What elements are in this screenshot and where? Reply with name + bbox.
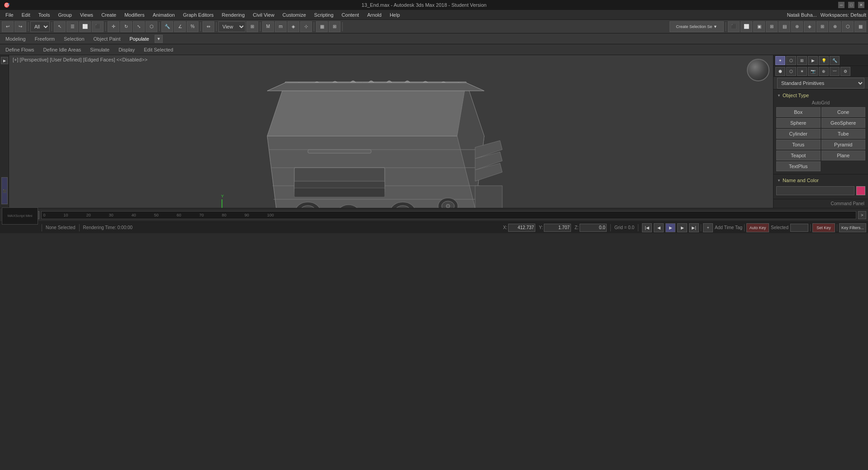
3d-canvas[interactable]: X Y [9,55,773,208]
named-sel3-btn[interactable]: ▣ [753,21,765,32]
filter-dropdown[interactable]: All [30,21,50,32]
menu-animation[interactable]: Animation [149,11,179,19]
object-name-input[interactable] [776,186,854,195]
view-btn-extra[interactable]: ⊞ [246,21,258,32]
plane-button[interactable]: Plane [821,150,866,160]
motion-panel-btn[interactable]: ▶ [808,56,818,65]
populate-menu-btn[interactable]: ▼ [155,35,163,43]
named-sel-btn[interactable]: ⬛ [728,21,740,32]
color-swatch[interactable] [856,186,865,195]
menu-customize[interactable]: Customize [279,11,310,19]
teapot-button[interactable]: Teapot [776,150,821,160]
tab-object-paint[interactable]: Object Paint [90,35,124,42]
tube-button[interactable]: Tube [821,129,866,139]
pyramid-button[interactable]: Pyramid [821,140,866,150]
viewport[interactable]: [+] [Perspective] [User Defined] [Edged … [9,55,773,208]
material2-btn[interactable]: m [275,21,287,32]
grid-btn[interactable]: ⊞ [329,21,340,32]
create-panel-btn[interactable]: ✦ [775,56,785,65]
create-selection-btn[interactable]: Create Selection Se ▼ [670,21,724,32]
box-button[interactable]: Box [776,107,821,117]
select-button[interactable]: ↖ [54,21,66,32]
move-button[interactable]: ✛ [108,21,119,32]
edit-selected-btn[interactable]: Edit Selected [140,46,177,53]
first-frame-btn[interactable]: |◀ [642,223,652,232]
menu-tools[interactable]: Tools [35,11,54,19]
tab-freeform[interactable]: Freeform [31,35,59,42]
timeline-track[interactable]: 0 10 20 30 40 50 60 70 80 90 100 [41,211,856,219]
hierarchy-panel-btn[interactable]: ⊞ [797,56,807,65]
pivot-btn[interactable]: ⊹ [300,21,312,32]
x-input[interactable] [508,224,535,232]
last-frame-btn[interactable]: ▶| [689,223,699,232]
lights-btn[interactable]: ☀ [797,67,807,76]
material-btn[interactable]: M [262,21,274,32]
set-key-btn[interactable]: Set Key [812,223,835,232]
maximize-button[interactable]: □ [848,2,854,8]
utilities-panel-btn[interactable]: 🔧 [830,56,840,65]
next-key-btn[interactable]: ▶ [677,223,687,232]
cone-button[interactable]: Cone [821,107,866,117]
left-nav-btn[interactable]: ⬛ [1,177,8,204]
named-sel10-btn[interactable]: ⬡ [842,21,854,32]
percent-snap-button[interactable]: % [187,21,198,32]
display-btn[interactable]: Display [115,46,138,53]
left-expand-btn[interactable]: ▶ [1,57,8,64]
y-input[interactable] [544,224,571,232]
prev-key-btn[interactable]: ◀ [654,223,664,232]
menu-modifiers[interactable]: Modifiers [121,11,148,19]
named-sel7-btn[interactable]: ◈ [804,21,816,32]
named-sel2-btn[interactable]: ⬜ [741,21,752,32]
ref-coords[interactable]: ◈ [288,21,299,32]
named-sel8-btn[interactable]: ⊞ [816,21,828,32]
redo-button[interactable]: ↪ [14,21,26,32]
tab-populate[interactable]: Populate [126,35,152,42]
minimize-button[interactable]: ─ [838,2,844,8]
name-color-header[interactable]: ▼ Name and Color [775,176,866,184]
menu-content[interactable]: Content [338,11,363,19]
add-keys-btn[interactable]: + [703,223,713,232]
tab-selection[interactable]: Selection [60,35,88,42]
key-filters-btn[interactable]: Key Filters... [839,223,866,232]
menu-group[interactable]: Group [54,11,75,19]
auto-key-btn[interactable]: Auto Key [746,223,769,232]
simulate-btn[interactable]: Simulate [86,46,113,53]
add-time-tag-label[interactable]: Add Time Tag [715,225,742,230]
menu-edit[interactable]: Edit [18,11,34,19]
window-controls[interactable]: ─ □ ✕ [838,2,864,8]
mirror-button[interactable]: ⇔ [203,21,214,32]
geosphere-button[interactable]: GeoSphere [821,118,866,128]
tab-modeling[interactable]: Modeling [2,35,29,42]
maxscript-mini[interactable]: MAXScript Mini [2,207,38,225]
undo-button[interactable]: ↩ [2,21,14,32]
next-frame-btn[interactable]: > [858,211,866,219]
textplus-button[interactable]: TextPlus [776,161,821,171]
snap-button[interactable]: 🔧 [161,21,173,32]
torus-button[interactable]: Torus [776,140,821,150]
shapes-btn[interactable]: ⬡ [786,67,796,76]
modify-panel-btn[interactable]: ⬡ [786,56,796,65]
play-btn[interactable]: ▶ [665,223,675,232]
named-sel11-btn[interactable]: ▦ [854,21,866,32]
named-sel4-btn[interactable]: ⊞ [766,21,778,32]
close-button[interactable]: ✕ [858,2,864,8]
menu-scripting[interactable]: Scripting [311,11,337,19]
define-flows-btn[interactable]: Define Flows [2,46,38,53]
cylinder-button[interactable]: Cylinder [776,129,821,139]
layer-btn[interactable]: ▦ [316,21,328,32]
menu-arnold[interactable]: Arnold [363,11,385,19]
rotate-button[interactable]: ↻ [120,21,132,32]
menu-help[interactable]: Help [386,11,404,19]
rect-select-button[interactable]: ⬜ [79,21,91,32]
define-idle-areas-btn[interactable]: Define Idle Areas [40,46,85,53]
selected-frame-input[interactable] [790,224,808,232]
autogrid-checkbox-area[interactable]: AutoGrid [775,99,866,106]
menu-file[interactable]: File [2,11,17,19]
scale-button[interactable]: ⤡ [133,21,145,32]
window-select-button[interactable]: ⬛ [92,21,104,32]
menu-views[interactable]: Views [76,11,97,19]
menu-rendering[interactable]: Rendering [218,11,249,19]
spacewarps-btn[interactable]: 〰 [830,67,840,76]
standard-primitives-dropdown[interactable]: Standard Primitives [777,78,864,89]
display-panel-btn[interactable]: 💡 [819,56,829,65]
